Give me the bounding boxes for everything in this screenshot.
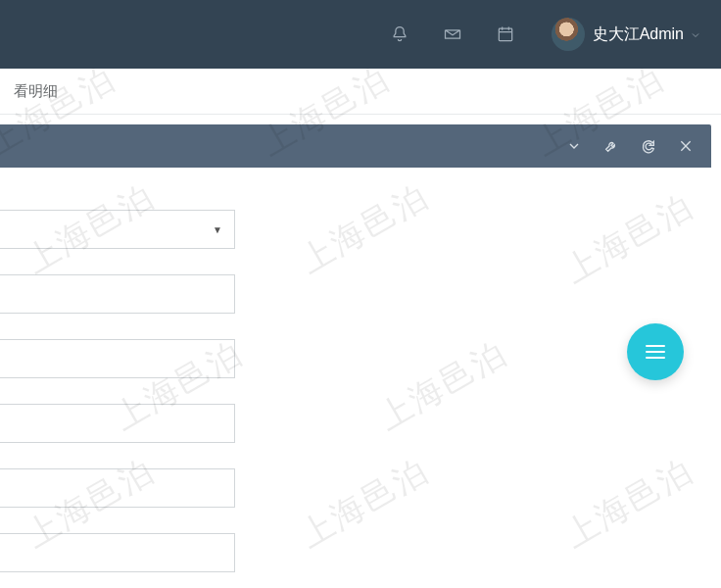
phone-input[interactable]: 65645 <box>0 339 235 378</box>
close-icon[interactable] <box>676 136 696 156</box>
chevron-down-icon[interactable] <box>690 28 701 40</box>
svg-rect-0 <box>499 28 511 40</box>
hamburger-icon <box>646 345 665 359</box>
collapse-icon[interactable] <box>564 136 584 156</box>
nickname-input[interactable]: 的小猪猪 <box>0 274 235 314</box>
wrench-icon[interactable] <box>601 136 621 156</box>
user-name[interactable]: 史大江Admin <box>593 24 684 45</box>
email-input[interactable]: sina.com <box>0 404 235 443</box>
field-6-input[interactable] <box>0 533 235 572</box>
avatar[interactable] <box>552 18 585 51</box>
breadcrumb-tail: 看明细 <box>14 82 58 101</box>
mail-icon[interactable] <box>434 16 471 53</box>
calendar-icon[interactable] <box>487 16 524 53</box>
topbar: 史大江Admin <box>0 0 721 69</box>
field-5-input[interactable] <box>0 468 235 508</box>
panel-toolbar <box>0 124 711 168</box>
company-select[interactable]: 白信息科技 <box>0 210 235 249</box>
bell-icon[interactable] <box>381 16 418 53</box>
refresh-icon[interactable] <box>639 136 658 156</box>
breadcrumb: 看明细 <box>0 69 721 115</box>
menu-fab[interactable] <box>627 323 684 380</box>
